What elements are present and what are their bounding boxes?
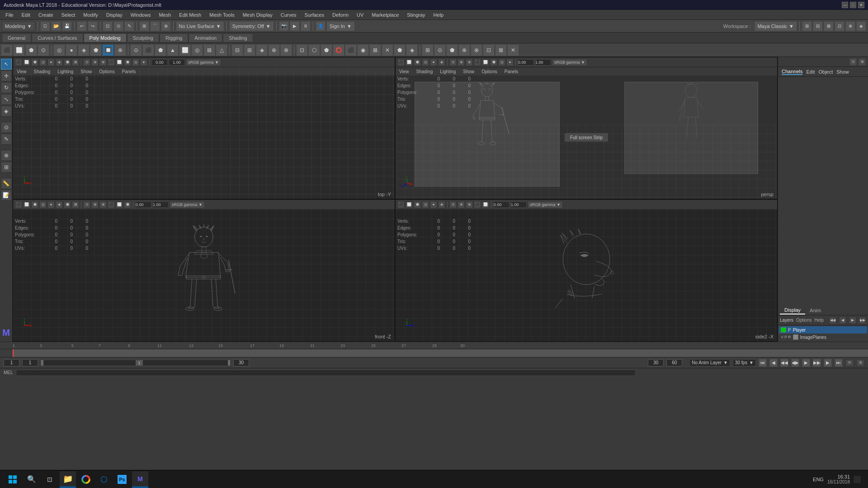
layer-prev2-btn[interactable]: ◀ [839,317,846,324]
vp-tr-btn10[interactable]: ⬛ [474,59,481,66]
vp-tl-btn13[interactable]: ⬜ [116,59,123,66]
pb-loop[interactable]: ⟳ [845,359,854,366]
paint-sel[interactable]: ✎ [1,134,12,145]
sign-in-dropdown[interactable]: Sign In ▼ [326,21,355,31]
rotate-tool[interactable]: ↻ [1,82,12,93]
layer-next-btn[interactable]: ▶ [849,317,856,324]
layout-btn3[interactable]: ⊠ [824,21,834,31]
no-live-surface-dropdown[interactable]: No Live Surface ▼ [176,21,224,31]
display-mode1[interactable]: ◎ [53,44,65,56]
current-frame-input[interactable] [22,359,38,366]
vp-tr-menu-show[interactable]: Show [461,69,476,74]
rp-icon1[interactable]: ⊡ [849,58,857,66]
mirror-btn[interactable]: ⊞ [422,44,434,56]
pause-btn[interactable]: ⏸ [301,21,311,31]
menu-mesh-tools[interactable]: Mesh Tools [206,11,238,19]
vp-tl-btn8[interactable]: ⊠ [72,59,79,66]
play-btn[interactable]: ▶ [290,21,300,31]
menu-uv[interactable]: UV [353,11,367,19]
snap-curve-btn[interactable]: ⌒ [150,21,160,31]
anim-layer-selector[interactable]: No Anim Layer ▼ [689,359,730,366]
layer-next2-btn[interactable]: ▶▶ [859,317,866,324]
tab-animation[interactable]: Animation [189,33,222,42]
vp-bl-btn1[interactable]: ⬛ [15,201,22,208]
menu-display[interactable]: Display [103,11,126,19]
paint-btn[interactable]: ✎ [124,21,134,31]
vp-br-btn11[interactable]: ⬜ [482,201,489,208]
vp-bl-btn9[interactable]: ⊙ [83,201,90,208]
tab-object[interactable]: Object [818,69,833,75]
pb-play-fwd[interactable]: ▶ [802,359,810,367]
vp-tl-btn11[interactable]: ⊗ [99,59,107,66]
edit-tool8[interactable]: ✕ [382,44,393,56]
menu-create[interactable]: Create [35,11,57,19]
vp-bl-btn7[interactable]: ⬟ [64,201,71,208]
edit-tool5[interactable]: ⬛ [345,44,357,56]
display-mode6[interactable]: ⊕ [114,44,126,56]
snap-grid-btn[interactable]: ⊞ [139,21,149,31]
pb-step-back[interactable]: ◀ [769,359,778,367]
select-tool-btn[interactable]: ⊡ [103,21,113,31]
mel-input[interactable] [16,370,636,376]
vp-bl-btn8[interactable]: ⊠ [72,201,79,208]
timeline-track[interactable] [13,349,868,357]
menu-file[interactable]: File [2,11,17,19]
range-start-handle[interactable] [41,360,43,366]
vp-tl-btn10[interactable]: ⊕ [91,59,99,66]
symmetry-dropdown[interactable]: Symmetry: Off ▼ [229,21,274,31]
options-tab[interactable]: Options [796,318,811,323]
edit-tool3[interactable]: ⬟ [321,44,332,56]
max-frame-start[interactable] [648,359,664,366]
tab-shading[interactable]: Shading [223,33,253,42]
vp-tr-btn4[interactable]: ◎ [422,59,429,66]
da-tab-anim[interactable]: Anim [805,307,826,314]
vp-br-btn2[interactable]: ⬜ [406,201,413,208]
shape-tool-torus[interactable]: ◎ [191,44,203,56]
pb-go-start[interactable]: ⏮ [759,359,767,367]
edit-tool4[interactable]: ⭕ [333,44,344,56]
vp-tr-menu-lighting[interactable]: Lighting [438,69,458,74]
boolean-btn[interactable]: ⊡ [483,44,495,56]
search-taskbar-button[interactable]: 🔍 [24,471,40,488]
loop-btn[interactable]: ⊗ [280,44,292,56]
display-mode4[interactable]: ⬟ [90,44,102,56]
vp-tl-btn3[interactable]: ⬟ [31,59,38,66]
select-mode-faces[interactable]: ⬟ [25,44,37,56]
vp-tr-colorspace[interactable]: sRGB gamma ▼ [552,59,587,66]
vp-tr-num2[interactable] [535,59,551,66]
vp-br-btn9[interactable]: ⊗ [466,201,473,208]
extrude-btn[interactable]: ⊟ [231,44,243,56]
viewport-top-right[interactable]: ⬛ ⬜ ⬟ ◎ ● ◈ ⊙ ⊕ ⊗ ⬛ ⬜ ⬟ ◎ ● sRGB gamma ▼ [395,57,778,199]
vp-br-btn4[interactable]: ◎ [422,201,429,208]
vp-tl-colorspace[interactable]: sRGB gamma ▼ [186,59,221,66]
viewport-top-left[interactable]: ⬛ ⬜ ⬟ ◎ ● ◈ ⬟ ⊠ ⊙ ⊕ ⊗ ⬛ ⬜ ⬟ ◎ ● 0.00 1.0… [13,57,395,199]
snap-together[interactable]: ⊞ [1,162,12,173]
vp-bl-btn2[interactable]: ⬜ [23,201,30,208]
layout-btn2[interactable]: ⊟ [813,21,823,31]
tab-rigging[interactable]: Rigging [160,33,188,42]
menu-curves[interactable]: Curves [277,11,300,19]
vp-tr-btn14[interactable]: ● [506,59,514,66]
vp-tl-btn4[interactable]: ◎ [39,59,47,66]
vp-bl-btn12[interactable]: ⬛ [108,201,115,208]
tab-channels[interactable]: Channels [782,69,802,75]
vscode-taskbar[interactable]: ⬡ [96,471,112,488]
select-mode-obj[interactable]: ⊙ [38,44,49,56]
edit-tool10[interactable]: ◈ [406,44,418,56]
layers-tab[interactable]: Layers [780,318,793,323]
combine-btn[interactable]: ⊕ [458,44,470,56]
lasso-btn[interactable]: ⊙ [113,21,123,31]
vp-tl-btn6[interactable]: ◈ [56,59,63,66]
menu-marketplace[interactable]: Marketplace [368,11,402,19]
display-mode2[interactable]: ● [66,44,77,56]
menu-help[interactable]: Help [430,11,448,19]
smooth-btn[interactable]: ⊙ [434,44,446,56]
menu-deform[interactable]: Deform [329,11,352,19]
vp-tl-btn9[interactable]: ⊙ [83,59,90,66]
vp-br-colorspace[interactable]: sRGB gamma ▼ [528,201,563,208]
vp-bl-btn14[interactable]: ⬟ [124,201,131,208]
tab-sculpting[interactable]: Sculpting [127,33,159,42]
camera-btn[interactable]: 📷 [279,21,289,31]
range-end-handle[interactable] [228,360,230,366]
vp-br-btn7[interactable]: ⊙ [449,201,457,208]
